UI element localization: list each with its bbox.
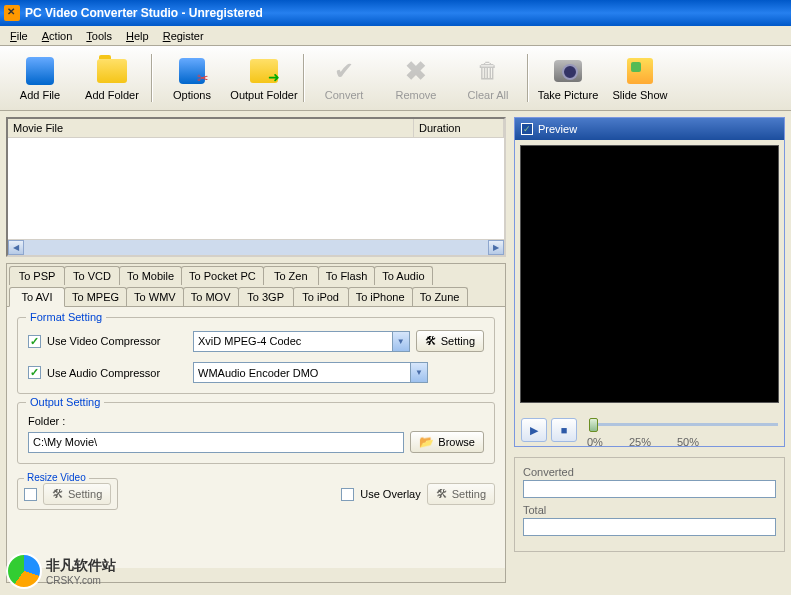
- overlay-setting-button[interactable]: 🛠 Setting: [427, 483, 495, 505]
- clear-icon: 🗑: [472, 55, 504, 87]
- audio-codec-combo[interactable]: WMAudio Encoder DMO ▼: [193, 362, 428, 383]
- film-icon: [24, 55, 56, 87]
- format-setting-legend: Format Setting: [26, 311, 106, 323]
- tab-to-iphone[interactable]: To iPhone: [348, 287, 413, 306]
- browse-button[interactable]: 📂 Browse: [410, 431, 484, 453]
- folder-label: Folder :: [28, 415, 484, 427]
- convert-icon: ✔: [328, 55, 360, 87]
- tab-to-zune[interactable]: To Zune: [412, 287, 468, 306]
- options-icon: [176, 55, 208, 87]
- menu-file[interactable]: File: [4, 28, 34, 44]
- file-list-body[interactable]: [8, 138, 504, 239]
- slider-labels: 0% 25% 50%: [587, 436, 778, 448]
- converted-label: Converted: [523, 466, 776, 478]
- use-audio-compressor-checkbox[interactable]: ✓: [28, 366, 41, 379]
- tab-to-zen[interactable]: To Zen: [263, 266, 319, 285]
- clear-all-button[interactable]: 🗑 Clear All: [452, 48, 524, 108]
- tab-body: Format Setting ✓ Use Video Compressor Xv…: [7, 306, 505, 568]
- format-tabs: To PSP To VCD To Mobile To Pocket PC To …: [6, 263, 506, 583]
- chevron-down-icon[interactable]: ▼: [392, 332, 409, 351]
- use-audio-compressor-label: Use Audio Compressor: [47, 367, 187, 379]
- column-movie-file[interactable]: Movie File: [8, 119, 414, 137]
- tab-to-avi[interactable]: To AVI: [9, 287, 65, 307]
- watermark-logo-icon: [6, 553, 42, 589]
- menu-action[interactable]: Action: [36, 28, 79, 44]
- separator: [151, 54, 153, 102]
- horizontal-scrollbar[interactable]: ◀ ▶: [8, 239, 504, 255]
- column-duration[interactable]: Duration: [414, 119, 504, 137]
- remove-button[interactable]: ✖ Remove: [380, 48, 452, 108]
- scroll-track[interactable]: [24, 240, 488, 255]
- tab-row-1: To PSP To VCD To Mobile To Pocket PC To …: [9, 266, 505, 285]
- preview-video-area: [520, 145, 779, 403]
- separator: [303, 54, 305, 102]
- use-video-compressor-label: Use Video Compressor: [47, 335, 187, 347]
- toolbar: Add File Add Folder Options Output Folde…: [0, 46, 791, 111]
- slider-thumb[interactable]: [589, 418, 598, 432]
- tab-to-mpeg[interactable]: To MPEG: [64, 287, 127, 306]
- scroll-right-icon[interactable]: ▶: [488, 240, 504, 255]
- app-icon: [4, 5, 20, 21]
- output-folder-icon: [248, 55, 280, 87]
- camera-icon: [552, 55, 584, 87]
- output-folder-button[interactable]: Output Folder: [228, 48, 300, 108]
- format-setting-group: Format Setting ✓ Use Video Compressor Xv…: [17, 317, 495, 394]
- separator: [527, 54, 529, 102]
- tab-to-vcd[interactable]: To VCD: [64, 266, 120, 285]
- preview-checkbox[interactable]: ✓: [521, 123, 533, 135]
- seek-slider[interactable]: [589, 412, 778, 436]
- stop-button[interactable]: ■: [551, 418, 577, 442]
- watermark: 非凡软件站 CRSKY.com: [6, 553, 116, 589]
- preview-panel: ✓ Preview ▶ ■ 0% 25% 50%: [514, 117, 785, 447]
- output-setting-legend: Output Setting: [26, 396, 104, 408]
- menubar: File Action Tools Help Register: [0, 26, 791, 46]
- menu-tools[interactable]: Tools: [80, 28, 118, 44]
- resize-video-group: Resize Video ✓ 🛠 Setting: [17, 478, 118, 510]
- tab-to-audio[interactable]: To Audio: [374, 266, 432, 285]
- tab-to-wmv[interactable]: To WMV: [126, 287, 184, 306]
- play-button[interactable]: ▶: [521, 418, 547, 442]
- video-codec-combo[interactable]: XviD MPEG-4 Codec ▼: [193, 331, 410, 352]
- tab-row-2: To AVI To MPEG To WMV To MOV To 3GP To i…: [9, 287, 505, 306]
- tab-to-mov[interactable]: To MOV: [183, 287, 239, 306]
- converted-progress-bar: [523, 480, 776, 498]
- total-progress-bar: [523, 518, 776, 536]
- resize-video-checkbox[interactable]: ✓: [24, 488, 37, 501]
- total-label: Total: [523, 504, 776, 516]
- file-list: Movie File Duration ◀ ▶: [6, 117, 506, 257]
- tab-to-ipod[interactable]: To iPod: [293, 287, 349, 306]
- resize-setting-button[interactable]: 🛠 Setting: [43, 483, 111, 505]
- output-setting-group: Output Setting Folder : 📂 Browse: [17, 402, 495, 464]
- use-overlay-label: Use Overlay: [360, 488, 421, 500]
- add-folder-button[interactable]: Add Folder: [76, 48, 148, 108]
- video-setting-button[interactable]: 🛠 Setting: [416, 330, 484, 352]
- menu-help[interactable]: Help: [120, 28, 155, 44]
- progress-section: Converted Total: [514, 457, 785, 552]
- slideshow-icon: [624, 55, 656, 87]
- bottom-options: Resize Video ✓ 🛠 Setting ✓ Use Overlay 🛠…: [17, 472, 495, 510]
- menu-register[interactable]: Register: [157, 28, 210, 44]
- folder-open-icon: 📂: [419, 435, 434, 449]
- add-file-button[interactable]: Add File: [4, 48, 76, 108]
- take-picture-button[interactable]: Take Picture: [532, 48, 604, 108]
- tab-to-mobile[interactable]: To Mobile: [119, 266, 182, 285]
- wrench-icon: 🛠: [425, 334, 437, 348]
- convert-button[interactable]: ✔ Convert: [308, 48, 380, 108]
- output-folder-input[interactable]: [28, 432, 404, 453]
- titlebar: PC Video Converter Studio - Unregistered: [0, 0, 791, 26]
- tab-to-pocket-pc[interactable]: To Pocket PC: [181, 266, 264, 285]
- tab-to-psp[interactable]: To PSP: [9, 266, 65, 285]
- chevron-down-icon[interactable]: ▼: [410, 363, 427, 382]
- tab-to-3gp[interactable]: To 3GP: [238, 287, 294, 306]
- use-video-compressor-checkbox[interactable]: ✓: [28, 335, 41, 348]
- scroll-left-icon[interactable]: ◀: [8, 240, 24, 255]
- preview-controls: ▶ ■ 0% 25% 50%: [515, 408, 784, 452]
- remove-icon: ✖: [400, 55, 432, 87]
- wrench-icon: 🛠: [52, 487, 64, 501]
- use-overlay-checkbox[interactable]: ✓: [341, 488, 354, 501]
- folder-icon: [96, 55, 128, 87]
- options-button[interactable]: Options: [156, 48, 228, 108]
- preview-header: ✓ Preview: [515, 118, 784, 140]
- slide-show-button[interactable]: Slide Show: [604, 48, 676, 108]
- tab-to-flash[interactable]: To Flash: [318, 266, 376, 285]
